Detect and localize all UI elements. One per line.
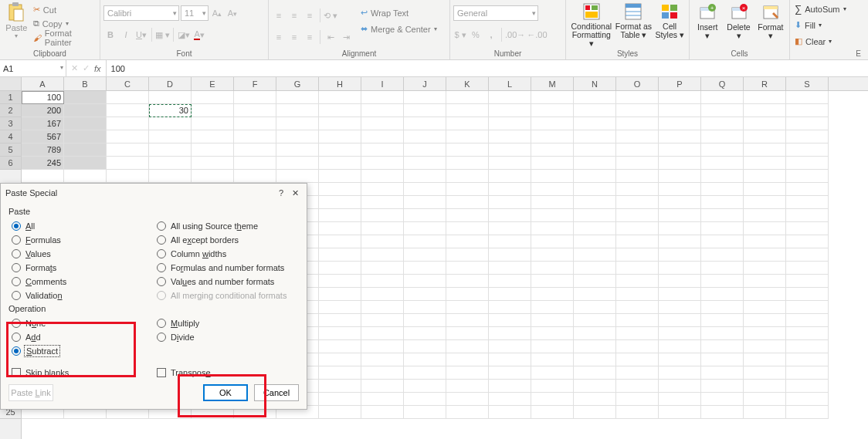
cell-K3[interactable] — [446, 117, 489, 130]
cell-F6[interactable] — [234, 157, 276, 170]
cell-I2[interactable] — [361, 104, 404, 117]
radio-formats[interactable]: Formats — [8, 261, 154, 275]
cell-S24[interactable] — [786, 393, 829, 406]
cell-C3[interactable] — [107, 117, 149, 130]
cell-E3[interactable] — [192, 117, 234, 130]
col-header-K[interactable]: K — [446, 77, 489, 90]
conditional-formatting-button[interactable]: Conditional Formatting ▾ — [569, 1, 614, 48]
cell-N6[interactable] — [574, 157, 616, 170]
radio-fnf[interactable]: Formulas and number formats — [154, 261, 299, 275]
comma-button[interactable]: , — [484, 27, 498, 42]
radio-vnf[interactable]: Values and number formats — [154, 275, 299, 289]
cell-F5[interactable] — [234, 144, 276, 157]
row-header-6[interactable]: 6 — [0, 157, 21, 170]
row-header-1[interactable]: 1 — [0, 91, 21, 104]
cell-J25[interactable] — [404, 406, 446, 419]
cell-P2[interactable] — [659, 104, 701, 117]
font-name-dropdown[interactable]: Calibri — [103, 5, 179, 21]
paste-link-button[interactable]: Paste Link — [8, 384, 53, 401]
cell-K5[interactable] — [446, 144, 489, 157]
cell-D4[interactable] — [149, 130, 192, 144]
radio-validation[interactable]: Validation — [8, 289, 154, 302]
radio-none[interactable]: None — [8, 316, 154, 330]
cell-N2[interactable] — [574, 104, 616, 117]
cell-S3[interactable] — [786, 117, 829, 130]
cell-C4[interactable] — [107, 130, 149, 144]
merge-center-button[interactable]: ⬌Merge & Center▾ — [359, 22, 439, 35]
cell-G3[interactable] — [276, 117, 319, 130]
col-header-P[interactable]: P — [659, 77, 701, 90]
border-button[interactable]: ▦ ▾ — [155, 27, 170, 42]
cell-O3[interactable] — [616, 117, 659, 130]
radio-comments[interactable]: Comments — [8, 275, 154, 289]
cell-O6[interactable] — [616, 157, 659, 170]
radio-all[interactable]: All — [8, 219, 154, 233]
cell-P1[interactable] — [659, 91, 701, 104]
cell-Q4[interactable] — [701, 130, 744, 144]
cell-I25[interactable] — [361, 406, 404, 419]
autosum-button[interactable]: ∑AutoSum▾ — [793, 2, 848, 15]
cell-Q5[interactable] — [701, 144, 744, 157]
cell-I6[interactable] — [361, 157, 404, 170]
radio-divide[interactable]: Divide — [154, 330, 299, 344]
checkbox-transpose[interactable]: Transpose — [154, 366, 299, 380]
cell-I24[interactable] — [361, 393, 404, 406]
cell-J2[interactable] — [404, 104, 446, 117]
cell-R6[interactable] — [744, 157, 786, 170]
row-header-2[interactable]: 2 — [0, 104, 21, 117]
col-header-H[interactable]: H — [319, 77, 361, 90]
col-header-A[interactable]: A — [22, 77, 64, 90]
cell-L2[interactable] — [489, 104, 531, 117]
cell-H5[interactable] — [319, 144, 361, 157]
ok-button[interactable]: OK — [203, 384, 248, 401]
cell-D6[interactable] — [149, 157, 192, 170]
align-middle-button[interactable]: ≡ — [287, 8, 301, 23]
radio-formulas[interactable]: Formulas — [8, 233, 154, 247]
cell-O5[interactable] — [616, 144, 659, 157]
increase-font-button[interactable]: A▴ — [210, 5, 224, 21]
cell-L5[interactable] — [489, 144, 531, 157]
cell-R5[interactable] — [744, 144, 786, 157]
cell-A1[interactable]: 100 — [22, 91, 64, 104]
cell-P25[interactable] — [659, 406, 701, 419]
cell-M24[interactable] — [531, 393, 574, 406]
cell-R24[interactable] — [744, 393, 786, 406]
cell-H2[interactable] — [319, 104, 361, 117]
cell-F4[interactable] — [234, 130, 276, 144]
decrease-indent-button[interactable]: ⇤ — [324, 29, 337, 45]
row-header-4[interactable]: 4 — [0, 130, 21, 144]
radio-multiply[interactable]: Multiply — [154, 316, 299, 330]
formula-input[interactable]: 100 — [107, 60, 868, 76]
cell-J3[interactable] — [404, 117, 446, 130]
italic-button[interactable]: I — [119, 27, 133, 42]
cell-P24[interactable] — [659, 393, 701, 406]
cell-G1[interactable] — [276, 91, 319, 104]
cell-S25[interactable] — [786, 406, 829, 419]
cell-L6[interactable] — [489, 157, 531, 170]
col-header-B[interactable]: B — [64, 77, 107, 90]
col-header-C[interactable]: C — [107, 77, 149, 90]
cell-N3[interactable] — [574, 117, 616, 130]
cell-K2[interactable] — [446, 104, 489, 117]
cell-G4[interactable] — [276, 130, 319, 144]
fx-icon[interactable]: fx — [94, 64, 101, 73]
cell-I1[interactable] — [361, 91, 404, 104]
cell-Q6[interactable] — [701, 157, 744, 170]
cell-styles-button[interactable]: Cell Styles ▾ — [653, 1, 686, 39]
format-as-table-button[interactable]: Format as Table ▾ — [615, 1, 653, 39]
cell-I4[interactable] — [361, 130, 404, 144]
cell-K25[interactable] — [446, 406, 489, 419]
underline-button[interactable]: U ▾ — [134, 27, 148, 42]
cell-K24[interactable] — [446, 393, 489, 406]
cell-C5[interactable] — [107, 144, 149, 157]
percent-button[interactable]: % — [469, 27, 483, 42]
bold-button[interactable]: B — [103, 27, 117, 42]
cell-H1[interactable] — [319, 91, 361, 104]
cell-E2[interactable] — [192, 104, 234, 117]
row-header-3[interactable]: 3 — [0, 117, 21, 130]
align-right-button[interactable]: ≡ — [303, 29, 317, 45]
cell-Q25[interactable] — [701, 406, 744, 419]
font-size-dropdown[interactable]: 11 — [181, 5, 209, 21]
cell-F1[interactable] — [234, 91, 276, 104]
cell-B5[interactable] — [64, 144, 107, 157]
